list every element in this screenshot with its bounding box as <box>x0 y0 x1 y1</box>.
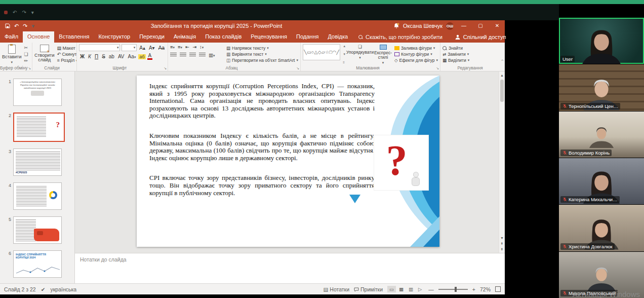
section-button[interactable]: ≡ Розділ ▾ <box>57 58 77 63</box>
highlight-color-icon[interactable]: аб <box>138 54 145 59</box>
tab-transitions[interactable]: Переходи <box>135 31 169 43</box>
bold-button[interactable]: Ж <box>79 54 86 59</box>
numbering-icon[interactable]: ≡▾ <box>178 44 182 50</box>
next-slide-icon[interactable]: ⇟ <box>501 246 504 252</box>
qat-customize-icon[interactable]: ▾ <box>31 23 34 29</box>
restore-button[interactable]: ▢ <box>474 20 487 31</box>
clear-formatting-icon[interactable]: Аа <box>157 45 166 51</box>
shape-effects-button[interactable]: ◇ Ефекти для фігур ▾ <box>394 58 438 63</box>
notes-pane[interactable]: Нотатки до слайда <box>75 253 505 283</box>
participant-video-user[interactable]: User <box>559 18 644 64</box>
participant-video-khrystyna[interactable]: Христина Довгалюк <box>559 205 644 251</box>
tell-me-search[interactable]: Скажіть, що потрібно зробити <box>352 31 449 43</box>
minimize-button[interactable]: — <box>457 20 470 31</box>
slide-thumbnail-3[interactable]: #CPI2023 <box>13 148 62 176</box>
increase-indent-icon[interactable]: ⇥ <box>192 44 196 50</box>
undo-icon[interactable]: ↶ <box>14 23 19 29</box>
dialog-launcher-icon[interactable]: ↘ <box>296 66 299 70</box>
shape-square-icon[interactable]: □ <box>330 50 332 55</box>
align-left-icon[interactable] <box>170 53 177 57</box>
toolbar-redo-icon[interactable]: ↷ <box>22 10 26 15</box>
italic-button[interactable]: К <box>87 54 92 59</box>
shape-star-icon[interactable]: ☆ <box>325 50 329 55</box>
language-indicator[interactable]: українська <box>50 286 76 292</box>
notifications-bell-icon[interactable] <box>393 23 399 29</box>
copy-icon[interactable]: ❏ <box>24 52 28 57</box>
shape-arc-icon[interactable]: ◠ <box>332 50 336 55</box>
dialog-launcher-icon[interactable]: ↘ <box>164 66 167 70</box>
shape-outline-button[interactable]: Контур фігури ▾ <box>394 52 438 57</box>
toolbar-undo-icon[interactable]: ↶ <box>13 10 17 15</box>
shapes-gallery-scroll[interactable]: ▲▼≡ <box>343 44 346 64</box>
zoom-out-icon[interactable]: — <box>428 286 434 292</box>
tab-help[interactable]: Довідка <box>323 31 352 43</box>
dialog-launcher-icon[interactable]: ↘ <box>436 66 439 70</box>
new-slide-button[interactable]: Створити слайд <box>34 44 55 64</box>
tab-view[interactable]: Подання <box>292 31 323 43</box>
change-case-button[interactable]: Аа▾ <box>127 54 137 59</box>
columns-icon[interactable]: ▥▾ <box>209 52 215 58</box>
align-center-icon[interactable] <box>180 53 186 57</box>
font-color-icon[interactable]: А <box>147 53 153 60</box>
slide-thumbnail-4[interactable] <box>13 182 62 210</box>
format-painter-icon[interactable]: ✏ <box>24 58 28 63</box>
align-right-icon[interactable] <box>189 53 196 57</box>
collapse-ribbon-icon[interactable]: ^ <box>501 58 503 63</box>
align-text-button[interactable]: ▥ Вирівняти текст ▾ <box>226 52 298 57</box>
scroll-up-icon[interactable]: ▲ <box>500 72 504 78</box>
replace-button[interactable]: ⇄ Замінити ▾ <box>442 52 503 57</box>
redo-icon[interactable]: ↷ <box>23 23 27 29</box>
slide-thumbnail-1[interactable]: «Антикорупційне законодавство України та… <box>13 79 62 106</box>
slide-thumbnail-5[interactable] <box>13 216 62 244</box>
layout-button[interactable]: ▤ Макет ▾ <box>57 46 77 51</box>
slide-canvas[interactable]: Індекс сприйняття корупції (Corruption P… <box>137 76 439 247</box>
shape-parallelogram-icon[interactable]: ▱ <box>321 50 325 55</box>
grow-font-icon[interactable]: А▴ <box>138 45 146 51</box>
account-avatar[interactable]: ОШ <box>446 22 454 30</box>
dialog-launcher-icon[interactable]: ↘ <box>28 66 31 70</box>
tab-animations[interactable]: Анімація <box>169 31 200 43</box>
comments-toggle-button[interactable]: Примітки <box>354 286 383 292</box>
strikethrough-button[interactable]: S <box>101 54 106 59</box>
slide-sorter-view-icon[interactable]: ▦ <box>397 286 406 292</box>
zoom-percent[interactable]: 72% <box>480 286 491 292</box>
shape-fill-button[interactable]: Заливка фігури ▾ <box>394 46 438 51</box>
previous-slide-icon[interactable]: ⇞ <box>501 241 504 246</box>
font-size-select[interactable]: ▾ <box>122 44 137 51</box>
tab-review[interactable]: Рецензування <box>246 31 292 43</box>
justify-icon[interactable] <box>199 53 206 57</box>
reading-view-icon[interactable]: ▥ <box>407 286 415 292</box>
shape-line2-icon[interactable]: ╱ <box>336 50 339 55</box>
decrease-indent-icon[interactable]: ⇤ <box>185 44 189 50</box>
normal-view-icon[interactable]: ▭ <box>387 286 396 292</box>
shape-line-icon[interactable]: ╲ <box>304 50 306 55</box>
slide-thumbnail-2-selected[interactable]: ? <box>13 113 65 142</box>
text-direction-button[interactable]: ▤ Напрямок тексту ▾ <box>226 46 298 51</box>
font-name-select[interactable]: ▾ <box>79 44 120 51</box>
slide-thumbnail-6[interactable]: ІНДЕКС СПРИЙНЯТТЯ КОРУПЦІЇ 2024 <box>13 250 62 278</box>
zoom-in-icon[interactable]: + <box>472 286 475 292</box>
share-button[interactable]: Спільний доступ <box>449 31 512 43</box>
zoom-slider[interactable] <box>438 289 468 290</box>
notes-toggle-button[interactable]: ▤ Нотатки <box>323 286 349 292</box>
line-spacing-icon[interactable]: ↕▾ <box>199 44 204 50</box>
toolbar-menu-icon[interactable]: ▾ <box>31 10 34 15</box>
text-shadow-button[interactable]: ab <box>108 54 115 59</box>
participant-video-kateryna[interactable]: Катерина Михальчи… <box>559 158 644 204</box>
slideshow-view-icon[interactable]: ▷ <box>416 286 424 292</box>
paste-button[interactable]: Вставити ▾ <box>2 44 22 64</box>
reset-button[interactable]: ↶ Скинути <box>57 52 77 57</box>
fit-slide-icon[interactable] <box>495 286 501 292</box>
tab-file[interactable]: Файл <box>0 31 23 43</box>
spellcheck-icon[interactable]: ✔ <box>41 286 46 292</box>
character-spacing-button[interactable]: AV <box>117 54 126 59</box>
select-button[interactable]: ▦ Виділити ▾ <box>442 58 503 63</box>
convert-smartart-button[interactable]: ◫ Перетворити на об'єкт SmartArt ▾ <box>226 58 298 63</box>
vertical-scrollbar[interactable]: ▲ ▼ ⇞ ⇟ <box>499 71 505 253</box>
find-button[interactable]: Знайти <box>442 46 503 51</box>
scroll-down-icon[interactable]: ▼ <box>500 235 504 241</box>
zoom-slider-thumb[interactable] <box>455 287 457 292</box>
account-name[interactable]: Оксана Шевчук <box>403 23 442 29</box>
participant-video-volodymyr[interactable]: Володимир Корінь <box>559 111 644 158</box>
scrollbar-thumb[interactable] <box>500 80 504 102</box>
